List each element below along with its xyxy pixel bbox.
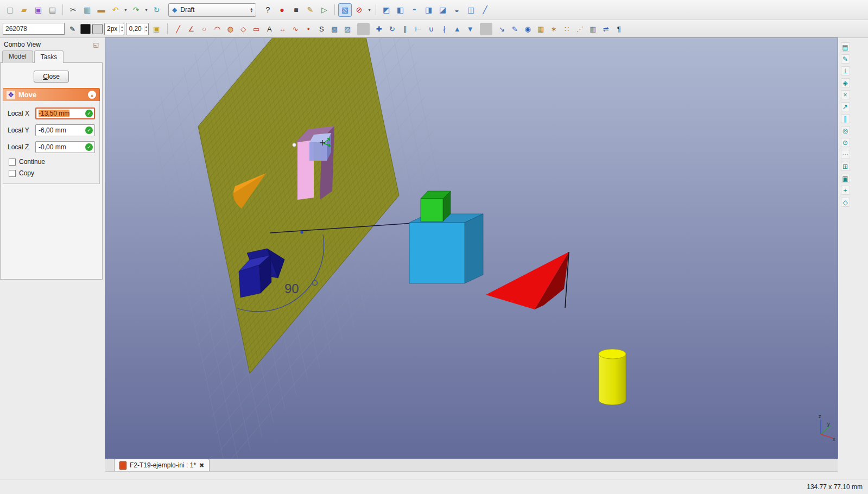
measure-distance-button[interactable]: ╱ [478, 3, 492, 17]
snap-special-button[interactable]: ◎ [841, 126, 850, 135]
draft-upgrade-button[interactable]: ▲ [451, 23, 464, 35]
draft-split-button[interactable]: ∤ [438, 23, 451, 35]
snap-grid-button[interactable]: ⊞ [841, 162, 850, 171]
undo-button[interactable]: ↶ [109, 3, 122, 17]
snap-center-button[interactable]: × [841, 90, 850, 99]
cut-button[interactable]: ✂ [66, 3, 80, 17]
draft-mirror-button[interactable]: ⇌ [600, 23, 612, 35]
document-tab[interactable]: F2-T19-ejemplo-ini : 1* ✖ [114, 459, 210, 471]
continue-checkbox[interactable]: Continue [9, 158, 95, 166]
draft-subelement-button[interactable]: ◉ [522, 23, 534, 35]
draft-path-array-button[interactable]: ⋰ [574, 23, 586, 35]
autogroup-button[interactable]: ▣ [150, 23, 163, 35]
view-front-button[interactable]: ◧ [394, 3, 407, 17]
draft-command-input[interactable] [3, 23, 65, 35]
snap-midpoint-button[interactable]: ◇ [841, 198, 850, 207]
draft-circle-button[interactable]: ○ [198, 23, 211, 35]
draft-scale-button[interactable]: ↘ [496, 23, 508, 35]
new-file-button[interactable]: ▢ [3, 3, 17, 17]
3d-viewport[interactable]: 90 [105, 38, 838, 459]
line-width-spinbox[interactable]: 2px ▴▾ [104, 23, 124, 35]
draft-polyline-button[interactable]: ∠ [185, 23, 198, 35]
copy-button[interactable]: ▥ [80, 3, 94, 17]
snap-ortho-button[interactable]: ⋯ [841, 150, 850, 159]
whats-this-button[interactable]: ? [261, 3, 275, 17]
view-left-button[interactable]: ◫ [464, 3, 478, 17]
view-rear-button[interactable]: ◪ [436, 3, 449, 17]
move-task-header[interactable]: ❖ Move ▴ [3, 88, 100, 101]
print-button[interactable]: ▤ [46, 3, 59, 17]
small-cube-object[interactable] [309, 133, 331, 161]
draft-ellipse-button[interactable]: ◍ [224, 23, 237, 35]
view-top-button[interactable]: ◓ [408, 3, 421, 17]
snap-angle-button[interactable]: ◈ [841, 78, 850, 87]
draft-shapestring-button[interactable]: S [315, 23, 328, 35]
draft-edit-button[interactable]: ✎ [509, 23, 521, 35]
draft-arc-button[interactable]: ◠ [211, 23, 224, 35]
checkbox-box[interactable] [9, 170, 16, 177]
draft-facebinder-button[interactable]: ▩ [328, 23, 341, 35]
draft-join-button[interactable]: ∪ [425, 23, 438, 35]
draw-style-button[interactable]: ⊘ [352, 3, 366, 17]
draft-dimension-button[interactable]: ↔ [276, 23, 289, 35]
close-document-icon[interactable]: ✖ [199, 462, 204, 469]
open-file-button[interactable]: ▰ [17, 3, 31, 17]
workbench-selector[interactable]: ◆ Draft ▴▾ [168, 3, 256, 17]
blue-cube-object[interactable] [409, 214, 483, 283]
paste-button[interactable]: ▬ [94, 3, 108, 17]
draft-array-button[interactable]: ▦ [535, 23, 547, 35]
draft-trimex-button[interactable]: ⊢ [412, 23, 425, 35]
draft-move-button[interactable]: ✚ [373, 23, 385, 35]
draft-polar-array-button[interactable]: ∗ [548, 23, 560, 35]
view-bottom-button[interactable]: ◒ [450, 3, 464, 17]
redo-button[interactable]: ↷ [129, 3, 143, 17]
snap-lock-button[interactable]: ▤ [841, 42, 850, 52]
snap-near-button[interactable]: ⊙ [841, 138, 850, 147]
draft-text-button[interactable]: A [263, 23, 276, 35]
redo-dropdown[interactable]: ▾ [143, 3, 149, 17]
collapse-task-icon[interactable]: ▴ [88, 91, 96, 99]
coordinate-input[interactable]: -0,00 mm ✓ [35, 141, 95, 153]
view-right-button[interactable]: ◨ [422, 3, 435, 17]
snap-perpendicular-button[interactable]: ⊥ [841, 66, 850, 75]
draft-offset-button[interactable]: ∥ [399, 23, 411, 35]
undo-dropdown[interactable]: ▾ [123, 3, 129, 17]
checkbox-box[interactable] [9, 159, 16, 166]
tab-tasks[interactable]: Tasks [34, 50, 64, 63]
box-zoom-button[interactable]: ▧ [338, 3, 352, 17]
snap-endpoint-button[interactable]: ✎ [841, 54, 850, 64]
spinner-arrows-icon[interactable]: ▴▾ [119, 25, 124, 33]
save-file-button[interactable]: ▣ [31, 3, 45, 17]
draft-rectangle-button[interactable]: ▭ [250, 23, 263, 35]
green-cube-object[interactable] [421, 191, 451, 221]
draft-bspline-button[interactable]: ∿ [289, 23, 302, 35]
copy-checkbox[interactable]: Copy [9, 169, 95, 177]
set-style-button[interactable]: ✎ [66, 23, 79, 35]
spinner-arrows-icon[interactable]: ▴▾ [144, 25, 148, 33]
draft-polygon-button[interactable]: ◇ [237, 23, 250, 35]
draft-point-array-button[interactable]: ∷ [561, 23, 573, 35]
coordinate-input[interactable]: -6,00 mm ✓ [35, 124, 95, 136]
draft-annotation-style-button[interactable]: ¶ [613, 23, 625, 35]
view-isometric-button[interactable]: ◩ [379, 3, 393, 17]
float-panel-icon[interactable]: ◱ [93, 41, 99, 48]
snap-working-plane-button[interactable]: ▣ [841, 174, 850, 183]
snap-dimensions-button[interactable]: + [841, 186, 850, 195]
snap-extension-button[interactable]: ↗ [841, 102, 850, 111]
draft-line-button[interactable]: ╱ [172, 23, 185, 35]
coordinate-input[interactable]: -13,50 mm ✓ [35, 107, 95, 119]
snap-parallel-button[interactable]: ∥ [841, 114, 850, 123]
draft-clone-button[interactable]: ▥ [587, 23, 599, 35]
draft-hatch-button[interactable]: ▨ [341, 23, 354, 35]
tab-model[interactable]: Model [2, 50, 33, 63]
draft-downgrade-button[interactable]: ▼ [464, 23, 477, 35]
macro-record-button[interactable]: ● [275, 3, 289, 17]
line-color-swatch[interactable] [80, 24, 91, 34]
draft-rotate-button[interactable]: ↻ [386, 23, 398, 35]
draw-style-dropdown[interactable]: ▾ [366, 3, 372, 17]
macro-edit-button[interactable]: ✎ [303, 3, 317, 17]
draft-point-button[interactable]: • [302, 23, 315, 35]
macro-stop-button[interactable]: ■ [289, 3, 303, 17]
face-color-swatch[interactable] [92, 24, 103, 34]
macro-play-button[interactable]: ▷ [318, 3, 331, 17]
